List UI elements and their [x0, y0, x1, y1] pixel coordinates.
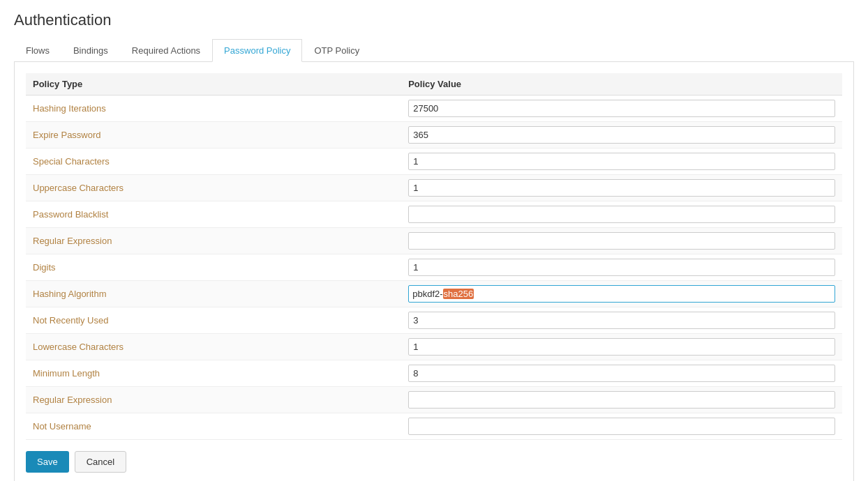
policy-value-input[interactable]	[408, 126, 835, 144]
tab-bar: Flows Bindings Required Actions Password…	[14, 39, 854, 62]
table-row: Hashing Iterations	[26, 96, 842, 122]
policy-label: Hashing Iterations	[26, 96, 401, 122]
cancel-button[interactable]: Cancel	[75, 451, 126, 473]
table-row: Uppercase Characters	[26, 175, 842, 201]
policy-label: Digits	[26, 254, 401, 281]
policy-value-cell	[401, 387, 842, 413]
tab-bindings[interactable]: Bindings	[61, 39, 120, 62]
table-row: Not Username	[26, 413, 842, 440]
policy-value-cell	[401, 201, 842, 228]
save-button[interactable]: Save	[26, 451, 69, 473]
policy-label: Minimum Length	[26, 360, 401, 387]
policy-value-input[interactable]	[408, 232, 835, 250]
table-row: Regular Expression	[26, 228, 842, 254]
table-row: Not Recently Used	[26, 307, 842, 334]
policy-value-cell: pbkdf2-sha256	[401, 281, 842, 307]
policy-value-input[interactable]	[408, 259, 835, 276]
action-buttons: Save Cancel	[26, 451, 842, 473]
col-policy-type: Policy Type	[26, 73, 401, 96]
policy-value-cell	[401, 360, 842, 387]
policy-value-cell	[401, 148, 842, 175]
content-panel: Policy Type Policy Value Hashing Iterati…	[14, 62, 854, 481]
policy-value-input[interactable]	[408, 338, 835, 356]
policy-value-cell	[401, 307, 842, 334]
policy-value-input[interactable]	[408, 153, 835, 170]
tab-otp-policy[interactable]: OTP Policy	[302, 39, 371, 62]
table-row: Special Characters	[26, 148, 842, 175]
policy-label: Uppercase Characters	[26, 175, 401, 201]
policy-label: Lowercase Characters	[26, 334, 401, 360]
table-row: Digits	[26, 254, 842, 281]
table-row: Hashing Algorithmpbkdf2-sha256	[26, 281, 842, 307]
policy-value-input[interactable]	[408, 100, 835, 117]
policy-value-cell	[401, 413, 842, 440]
policy-label: Regular Expression	[26, 228, 401, 254]
tab-flows[interactable]: Flows	[14, 39, 61, 62]
page-title: Authentication	[14, 11, 854, 29]
col-policy-value: Policy Value	[401, 73, 842, 96]
policy-value-cell	[401, 122, 842, 148]
table-row: Password Blacklist	[26, 201, 842, 228]
policy-value-input[interactable]	[408, 206, 835, 223]
policy-value-cell	[401, 96, 842, 122]
policy-value-cell	[401, 334, 842, 360]
table-row: Regular Expression	[26, 387, 842, 413]
policy-label: Expire Password	[26, 122, 401, 148]
policy-value-input[interactable]	[408, 418, 835, 435]
table-row: Expire Password	[26, 122, 842, 148]
table-row: Lowercase Characters	[26, 334, 842, 360]
policy-value-input[interactable]	[408, 365, 835, 382]
table-row: Minimum Length	[26, 360, 842, 387]
policy-label: Password Blacklist	[26, 201, 401, 228]
policy-label: Special Characters	[26, 148, 401, 175]
tab-password-policy[interactable]: Password Policy	[212, 39, 302, 62]
policy-value-input[interactable]	[408, 285, 835, 303]
policy-value-input[interactable]	[408, 179, 835, 197]
tab-required-actions[interactable]: Required Actions	[120, 39, 212, 62]
policy-label: Hashing Algorithm	[26, 281, 401, 307]
policy-label: Not Recently Used	[26, 307, 401, 334]
policy-label: Not Username	[26, 413, 401, 440]
policy-value-cell	[401, 175, 842, 201]
policy-value-input[interactable]	[408, 391, 835, 409]
policy-table: Policy Type Policy Value Hashing Iterati…	[26, 73, 842, 440]
policy-value-cell	[401, 228, 842, 254]
policy-value-input[interactable]	[408, 312, 835, 329]
policy-label: Regular Expression	[26, 387, 401, 413]
policy-value-cell	[401, 254, 842, 281]
